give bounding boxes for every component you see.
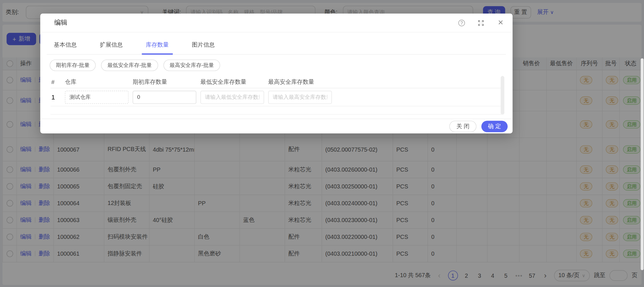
- batch-buttons: 期初库存-批量最低安全库存-批量最高安全库存-批量: [50, 59, 512, 71]
- stock-row: 1 测试仓库: [50, 88, 502, 106]
- stock-col-index: #: [50, 79, 65, 85]
- stock-empty-row: [50, 106, 502, 115]
- max-stock-input[interactable]: [268, 90, 332, 103]
- page-scrollbar[interactable]: [641, 58, 644, 270]
- close-icon[interactable]: ✕: [497, 19, 504, 26]
- initial-stock-input[interactable]: [133, 90, 197, 103]
- batch-button[interactable]: 最高安全库存-批量: [163, 59, 220, 71]
- batch-button[interactable]: 期初库存-批量: [50, 59, 96, 71]
- modal-tabs: 基本信息扩展信息库存数量图片信息: [40, 32, 513, 55]
- close-button[interactable]: 关 闭: [449, 121, 476, 132]
- stock-col-warehouse: 仓库: [65, 78, 133, 86]
- edit-modal: 编辑 ? ✕ 基本信息扩展信息库存数量图片信息 期初库存-批量最低安全库存-批量…: [40, 14, 513, 134]
- fullscreen-icon[interactable]: [477, 19, 485, 26]
- stock-col-initial: 期初库存数量: [133, 78, 201, 86]
- stock-table-header: # 仓库 期初库存数量 最低安全库存数量 最高安全库存数量: [50, 76, 502, 88]
- page: 类别: ∨ 关键词: 请输入识别码、名称、规格、型号/品牌 颜色: 请输入颜色查…: [0, 0, 644, 287]
- modal-title: 编辑: [54, 19, 67, 27]
- tab-扩展信息[interactable]: 扩展信息: [96, 41, 127, 55]
- stock-row-index: 1: [50, 93, 65, 101]
- active-tab-ink-bar: [142, 53, 173, 55]
- batch-button[interactable]: 最低安全库存-批量: [101, 59, 158, 71]
- modal-footer: 关 闭 确 定: [40, 119, 513, 133]
- min-stock-input[interactable]: [200, 90, 264, 103]
- stock-table-scrollbar[interactable]: [501, 76, 505, 115]
- stock-col-min: 最低安全库存数量: [200, 78, 268, 86]
- tab-库存数量[interactable]: 库存数量: [142, 41, 173, 55]
- stock-col-max: 最高安全库存数量: [268, 78, 336, 86]
- modal-header: 编辑 ? ✕: [40, 14, 513, 32]
- confirm-button[interactable]: 确 定: [481, 121, 507, 132]
- warehouse-field: 测试仓库: [65, 90, 129, 103]
- tab-基本信息[interactable]: 基本信息: [50, 41, 81, 55]
- help-icon[interactable]: ?: [458, 19, 465, 26]
- tab-图片信息[interactable]: 图片信息: [188, 41, 219, 55]
- stock-table: # 仓库 期初库存数量 最低安全库存数量 最高安全库存数量 1 测试仓库: [50, 76, 502, 115]
